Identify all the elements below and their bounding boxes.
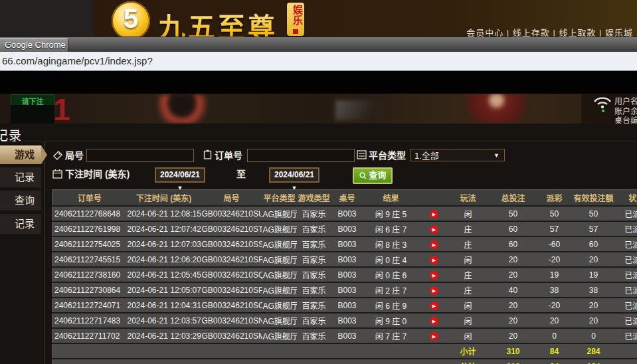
cell-game-type: 百家乐 — [297, 221, 331, 236]
cell-platform: AG旗舰厅 — [262, 267, 297, 282]
countdown-number: 1 — [53, 95, 70, 124]
play-icon[interactable]: ▶ — [430, 225, 438, 234]
cell-valid-bet: 50 — [569, 206, 618, 221]
black-strip — [0, 71, 637, 94]
order-no-input[interactable] — [247, 149, 355, 162]
column-header: 平台类型 — [262, 190, 297, 207]
date-from-picker[interactable]: 2024/06/21 ▼ — [155, 167, 205, 183]
empty-cell — [618, 359, 637, 364]
play-icon[interactable]: ▶ — [430, 317, 438, 325]
cell-replay: ▶ — [419, 282, 450, 298]
cell-replay: ▶ — [419, 298, 450, 313]
cell-platform: AG旗舰厅 — [262, 313, 297, 328]
cell-play-type: 庄 — [450, 267, 487, 282]
sidebar-item-games[interactable]: 游戏 — [0, 145, 41, 164]
cell-bet-time: 2024-06-21 12:06:20 — [127, 252, 201, 267]
platform-list-icon — [357, 150, 367, 159]
cell-game-type: 百家乐 — [297, 313, 331, 328]
cell-result: 闲 6 庄 9 — [363, 298, 419, 313]
cell-payout: -20 — [540, 298, 569, 313]
cell-table-no: B003 — [331, 298, 363, 313]
cell-payout: 57 — [540, 221, 569, 236]
cell-bet-time: 2024-06-21 12:03:57 — [127, 313, 201, 328]
cell-valid-bet: 57 — [569, 221, 618, 236]
column-header: 派彩 — [540, 190, 569, 207]
table-row: 240621122730864 2024-06-21 12:05:07 GB00… — [52, 282, 637, 298]
table-row: 240621122754025 2024-06-21 12:07:03 GB00… — [52, 236, 637, 252]
table-row: 240621122738160 2024-06-21 12:05:45 GB00… — [52, 267, 637, 282]
logo-coin-icon: 5 — [112, 1, 150, 37]
cell-round-no: GB003246210ST — [201, 221, 262, 236]
play-icon[interactable]: ▶ — [430, 332, 438, 341]
search-button[interactable]: 查询 — [353, 167, 393, 184]
sidebar-item-records[interactable]: 记录 — [0, 167, 41, 187]
cell-round-no: GB003246210SM — [201, 328, 262, 343]
cell-bet-time: 2024-06-21 12:07:03 — [127, 236, 201, 252]
play-icon[interactable]: ▶ — [430, 271, 438, 280]
wifi-icon — [593, 96, 612, 109]
cell-platform: AG旗舰厅 — [262, 221, 297, 236]
subtotal-row: 小计 310 84 284 — [52, 343, 637, 359]
cell-round-no: GB003246210SU — [201, 206, 262, 221]
cell-total-bet: 20 — [487, 328, 540, 343]
cell-total-bet: 60 — [487, 236, 540, 252]
cell-total-bet: 60 — [487, 221, 540, 236]
play-icon[interactable]: ▶ — [430, 210, 438, 219]
empty-cell — [618, 343, 637, 359]
play-icon[interactable]: ▶ — [430, 302, 438, 310]
header-nav-links[interactable]: 会员中心 | 线上存款 | 线上取款 | 娱乐城 — [466, 26, 633, 37]
cell-result: 闲 0 庄 6 — [363, 267, 419, 282]
platform-select-value: 1.全部 — [414, 151, 439, 161]
cell-game-type: 百家乐 — [297, 282, 331, 298]
cell-replay: ▶ — [419, 328, 450, 343]
cell-game-type: 百家乐 — [297, 298, 331, 313]
platform-type-label: 平台类型 — [369, 149, 406, 162]
table-no-label: 桌台编 — [614, 114, 637, 124]
play-icon[interactable]: ▶ — [430, 286, 438, 295]
logo-badge: 娱乐 — [287, 3, 304, 36]
cell-bet-time: 2024-06-21 12:05:45 — [127, 267, 201, 282]
column-header: 游戏类型 — [297, 190, 331, 207]
table-row: 240621122724071 2024-06-21 12:04:31 GB00… — [52, 298, 637, 313]
date-to-picker[interactable]: 2024/06/21 ▼ — [269, 167, 319, 183]
platform-select[interactable]: 1.全部 ▼ — [410, 149, 505, 161]
cell-order-no: 240621122730864 — [52, 282, 127, 298]
laptop-figure — [335, 100, 385, 120]
play-icon[interactable]: ▶ — [430, 240, 438, 249]
cell-order-no: 240621122754025 — [52, 236, 127, 252]
cell-play-type: 闲 — [450, 252, 487, 267]
table-header-row: 订单号下注时间 (美东)局号平台类型游戏类型桌号结果玩法总投注派彩有效投注额状态 — [52, 190, 637, 207]
cell-order-no: 240621122717483 — [52, 313, 127, 328]
column-header: 桌号 — [331, 190, 363, 207]
bet-timer-box — [11, 105, 54, 124]
cell-platform: AG旗舰厅 — [262, 328, 297, 343]
cell-game-type: 百家乐 — [297, 328, 331, 343]
column-header: 结果 — [363, 190, 419, 207]
play-icon[interactable]: ▶ — [430, 256, 438, 264]
cell-order-no: 240621122738160 — [52, 267, 127, 282]
cell-valid-bet: 20 — [569, 298, 618, 313]
column-header: 状态 — [618, 190, 637, 207]
cell-total-bet: 40 — [487, 282, 540, 298]
cell-bet-time: 2024-06-21 12:08:15 — [127, 206, 201, 221]
cell-table-no: B003 — [331, 236, 363, 252]
cell-status: 已派彩 — [618, 328, 637, 343]
divider — [44, 141, 45, 364]
cell-valid-bet: 0 — [569, 328, 618, 343]
cell-game-type: 百家乐 — [297, 252, 331, 267]
round-no-label: 局号 — [65, 149, 84, 162]
sidebar-item-query[interactable]: 查询 — [0, 191, 41, 211]
logo-badge-text: 娱乐 — [287, 5, 304, 26]
player-figure — [158, 95, 211, 124]
cell-bet-time: 2024-06-21 12:03:29 — [127, 328, 201, 343]
cell-round-no: GB003246210SP — [201, 282, 262, 298]
sidebar-item-records2[interactable]: 记录 — [0, 214, 41, 234]
cell-play-type: 庄 — [450, 221, 487, 236]
cell-replay: ▶ — [419, 236, 450, 252]
column-header: 玩法 — [450, 190, 487, 207]
browser-url-bar[interactable]: 66.com/agingame/pcv1/index.jsp? — [0, 52, 637, 71]
column-header — [419, 190, 450, 207]
order-no-label: 订单号 — [215, 149, 242, 162]
round-no-input[interactable] — [86, 149, 194, 162]
logo-badge-seal-icon — [293, 29, 298, 34]
